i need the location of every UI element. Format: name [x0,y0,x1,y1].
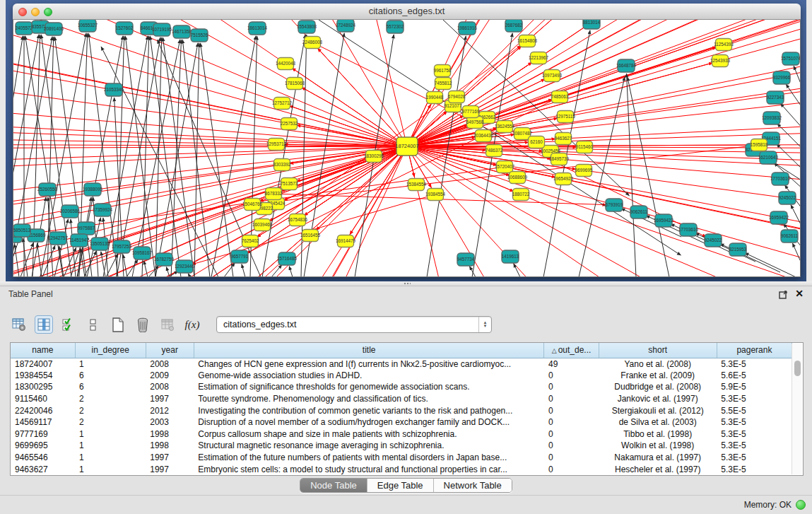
graph-node[interactable]: 16754836 [288,214,308,226]
graph-node[interactable]: 20891406 [44,23,64,35]
graph-node[interactable]: 10688609 [507,172,528,184]
graph-node[interactable]: 10973493 [542,70,563,82]
graph-node[interactable]: 5572302 [387,21,404,33]
graph-node[interactable]: 15751074 [781,52,801,65]
column-header-title[interactable]: title [194,343,544,358]
graph-node[interactable]: 12942757 [48,232,69,245]
graph-node[interactable]: 16516455 [300,230,321,242]
graph-node[interactable]: 16039469 [252,219,273,231]
graph-node[interactable]: 18613014 [247,22,268,35]
graph-node[interactable]: 15543808 [297,21,317,33]
graph-node[interactable]: 9245022 [779,192,796,204]
graph-node[interactable]: 16210643 [758,151,779,164]
graph-node[interactable]: 9657791 [231,250,249,263]
hide-rows-icon[interactable] [84,315,102,334]
graph-node[interactable]: 6794028 [448,91,466,103]
graph-node[interactable]: 17703610 [678,223,699,236]
graph-node[interactable]: 8813014 [583,20,601,29]
graph-node[interactable]: 9227343 [767,91,784,104]
select-rows-icon[interactable] [59,315,78,334]
graph-node[interactable]: 17957253 [112,240,132,253]
graph-node[interactable]: 19654923 [553,173,574,185]
graph-node[interactable]: 13505135 [90,238,110,250]
delete-table-icon[interactable] [134,315,152,334]
graph-node[interactable]: 16959422 [769,211,789,224]
graph-node[interactable]: 16154808 [517,35,538,47]
graph-node[interactable]: 9961758 [434,65,452,77]
graph-node[interactable]: 2687682 [505,20,523,32]
graph-node[interactable]: 17248924 [336,20,356,32]
graph-node[interactable]: 12953712 [266,139,287,151]
node-table[interactable]: namein_degreeyeartitle△out_de...shortpag… [10,342,804,476]
import-table-icon[interactable] [158,315,177,334]
table-settings-icon[interactable] [10,315,28,334]
graph-node[interactable]: 22486008 [302,37,323,49]
table-row[interactable]: 2242004622012Investigating the contribut… [11,404,792,416]
graph-node[interactable]: 9463627 [555,133,572,145]
graph-node[interactable]: 10958167 [132,247,153,259]
graph-node[interactable]: 18724007 [395,137,418,156]
column-header-out_de[interactable]: △out_de... [544,343,599,358]
graph-node[interactable]: 12752712 [272,98,293,110]
graph-node[interactable]: 19388095 [83,183,103,196]
tab-network-table[interactable]: Network Table [434,479,512,492]
graph-node[interactable]: 16782759 [154,253,175,266]
table-scrollbar-thumb[interactable] [794,361,801,376]
graph-node[interactable]: 20206586 [60,205,81,218]
graph-node[interactable]: 9329966 [773,71,791,84]
table-row[interactable]: 946362711997Embryonic stem cells: a mode… [11,463,792,475]
graph-node[interactable]: 7625402 [242,235,259,247]
graph-node[interactable]: 1880722 [512,189,530,201]
graph-node[interactable]: 8678332 [265,188,283,200]
table-row[interactable]: 969969511998Structural magnetic resonanc… [11,440,792,452]
citation-graph[interactable]: 2405572835572220891406106553271527602846… [13,20,801,277]
graph-node[interactable]: 10655327 [78,20,98,32]
graph-node[interactable]: 20364436 [473,130,494,142]
tab-edge-table[interactable]: Edge Table [367,479,434,492]
close-panel-icon[interactable]: ✕ [795,288,804,299]
graph-node[interactable]: 7455812 [435,78,452,90]
network-window[interactable]: citations_edges.txt 24055728355722208914… [13,4,801,277]
graph-node[interactable]: 14671358 [172,25,192,38]
column-header-short[interactable]: short [599,343,717,358]
graph-node[interactable]: 12093832 [762,112,782,124]
graph-node[interactable]: 16959422 [654,214,674,227]
graph-node[interactable]: 1527602 [116,22,134,35]
graph-node[interactable]: 15046766 [242,199,263,211]
graph-node[interactable]: 16648784 [616,59,637,72]
graph-node[interactable]: 11254393 [714,39,734,51]
graph-node[interactable]: 10719195 [152,23,172,36]
column-header-name[interactable]: name [11,343,75,358]
graph-node[interactable]: 19384554 [425,189,446,201]
table-row[interactable]: 977716911998Corpus callosum shape and si… [11,428,792,440]
table-row[interactable]: 1872400712008Changes of HCN gene express… [11,358,792,370]
graph-node[interactable]: 1990448 [426,92,444,104]
graph-node[interactable]: 21053346 [104,83,124,96]
memory-status-icon[interactable] [796,500,806,510]
column-header-year[interactable]: year [146,343,194,358]
graph-node[interactable]: 1595818 [751,139,768,151]
graph-node[interactable]: 12975115 [555,111,575,123]
splitter-grip-icon[interactable] [404,282,411,286]
table-select-dropdown[interactable]: citations_edges.txt ▲▼ [216,316,492,333]
graph-node[interactable]: 17703610 [770,173,791,185]
function-builder-icon[interactable]: f(x) [183,315,201,334]
table-scrollbar[interactable] [792,344,802,474]
graph-node[interactable]: 9245022 [705,234,722,247]
panel-splitter[interactable] [0,281,812,286]
graph-node[interactable]: 8303392 [273,159,291,171]
graph-node[interactable]: 12213967 [529,52,549,64]
graph-node[interactable]: 15384554 [406,179,427,191]
show-column-icon[interactable] [35,315,53,334]
graph-node[interactable]: 1419613 [502,250,519,263]
graph-node[interactable]: 8215953 [729,243,747,256]
graph-node[interactable]: 9115460 [576,141,594,153]
graph-node[interactable]: 7513573 [281,178,298,190]
table-row[interactable]: 946554611997Estimation of the future num… [11,452,792,464]
graph-node[interactable]: 18300295 [364,151,384,163]
column-header-in_degree[interactable]: in_degree [75,343,146,358]
graph-node[interactable]: 25260550 [37,183,58,196]
table-row[interactable]: 1830029562008Estimation of significance … [11,381,792,393]
graph-node[interactable]: 15716485 [277,252,298,265]
graph-node[interactable]: 62160 [529,136,545,148]
